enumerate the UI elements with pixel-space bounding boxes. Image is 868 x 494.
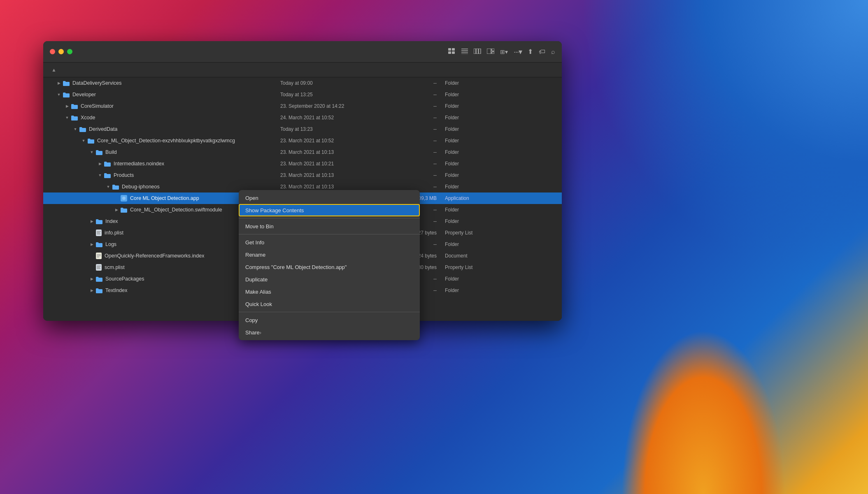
file-row[interactable]: ▶ CoreSimulator23. September 2020 at 14:…	[43, 100, 562, 112]
svg-rect-0	[448, 48, 451, 51]
svg-rect-18	[97, 232, 100, 233]
svg-rect-17	[97, 231, 101, 232]
view-gallery-icon[interactable]	[487, 48, 494, 56]
context-menu-item[interactable]: Make Alias	[239, 285, 420, 298]
file-size: --	[396, 92, 445, 97]
file-kind: Application	[445, 195, 555, 201]
titlebar: ⊞▾ ···▾ ⬆ 🏷 ⌕	[43, 41, 562, 63]
file-date: 23. September 2020 at 14:22	[280, 103, 396, 109]
context-menu-item[interactable]: Quick Look	[239, 298, 420, 310]
view-columns-icon[interactable]	[474, 48, 481, 56]
svg-rect-23	[97, 257, 99, 257]
svg-rect-19	[97, 234, 100, 234]
file-date: Today at 09:00	[280, 80, 396, 86]
file-kind: Folder	[445, 103, 555, 109]
file-kind: Document	[445, 253, 555, 259]
file-date: 24. March 2021 at 10:52	[280, 115, 396, 121]
file-kind: Folder	[445, 80, 555, 86]
col-header-name[interactable]: ▲	[50, 67, 280, 73]
context-menu: OpenShow Package ContentsMove to BinGet …	[239, 190, 420, 340]
file-kind: Property List	[445, 230, 555, 236]
context-menu-item[interactable]: Show Package Contents	[239, 204, 420, 216]
file-date: Today at 13:23	[280, 126, 396, 132]
context-menu-item[interactable]: Compress "Core ML Object Detection.app"	[239, 261, 420, 273]
file-kind: Folder	[445, 184, 555, 190]
file-name: ▼ DerivedData	[50, 126, 280, 132]
search-icon[interactable]: ⌕	[551, 48, 555, 56]
file-row[interactable]: ▶ Intermediates.noindex23. March 2021 at…	[43, 158, 562, 169]
svg-rect-1	[452, 48, 455, 51]
svg-rect-12	[492, 49, 494, 51]
action-icon[interactable]: ···▾	[514, 47, 522, 56]
file-name: ▼ Core_ML_Object_Detection-exzvhhblxukpk…	[50, 138, 280, 144]
file-row[interactable]: ▼ Products23. March 2021 at 10:13--Folde…	[43, 169, 562, 181]
context-menu-item[interactable]: Move to Bin	[239, 220, 420, 232]
svg-rect-8	[474, 49, 476, 54]
svg-rect-25	[97, 266, 101, 267]
file-name: ▼ Xcode	[50, 115, 280, 121]
context-menu-item[interactable]: Get Info	[239, 236, 420, 248]
group-by-icon[interactable]: ⊞▾	[500, 49, 508, 55]
maximize-button[interactable]	[67, 49, 72, 54]
file-row[interactable]: ▼ Core_ML_Object_Detection-exzvhhblxukpk…	[43, 135, 562, 146]
context-menu-item[interactable]: Share›	[239, 326, 420, 339]
file-kind: Folder	[445, 115, 555, 121]
file-row[interactable]: ▼ DerivedDataToday at 13:23--Folder	[43, 123, 562, 135]
svg-rect-2	[448, 51, 451, 54]
share-icon[interactable]: ⬆	[528, 48, 533, 56]
file-name: ▶ DataDeliveryServices	[50, 80, 280, 86]
traffic-lights	[50, 49, 72, 54]
file-date: 23. March 2021 at 10:21	[280, 161, 396, 167]
file-kind: Folder	[445, 288, 555, 293]
menu-separator	[239, 234, 420, 234]
file-name: ▼ Build	[50, 149, 280, 155]
file-kind: Folder	[445, 149, 555, 155]
file-name: ▶ CoreSimulator	[50, 103, 280, 109]
svg-rect-9	[476, 49, 478, 54]
context-menu-item[interactable]: Duplicate	[239, 273, 420, 285]
file-name: ▼ Debug-iphoneos	[50, 184, 280, 190]
file-row[interactable]: ▼ DeveloperToday at 13:25--Folder	[43, 89, 562, 100]
file-size: --	[396, 138, 445, 144]
view-list-icon[interactable]	[461, 48, 468, 56]
menu-separator	[239, 312, 420, 312]
file-kind: Folder	[445, 126, 555, 132]
minimize-button[interactable]	[58, 49, 64, 54]
tag-icon[interactable]: 🏷	[539, 48, 545, 56]
file-size: --	[396, 172, 445, 178]
file-kind: Folder	[445, 92, 555, 97]
file-name: ▼ Developer	[50, 92, 280, 97]
bg-blue-accent	[580, 0, 868, 288]
context-menu-item[interactable]: Open	[239, 192, 420, 204]
file-size: --	[396, 161, 445, 167]
svg-rect-3	[452, 51, 455, 54]
svg-rect-26	[97, 267, 100, 268]
svg-point-15	[122, 197, 126, 200]
column-headers: ▲	[43, 63, 562, 77]
context-menu-item[interactable]: Rename	[239, 248, 420, 261]
context-menu-item[interactable]: Copy	[239, 314, 420, 326]
svg-rect-21	[97, 254, 101, 255]
file-date: 23. March 2021 at 10:13	[280, 172, 396, 178]
file-size: --	[396, 149, 445, 155]
close-button[interactable]	[50, 49, 55, 54]
file-row[interactable]: ▶ DataDeliveryServicesToday at 09:00--Fo…	[43, 77, 562, 89]
view-grid-icon[interactable]	[448, 48, 456, 56]
file-kind: Folder	[445, 241, 555, 247]
file-row[interactable]: ▼ Xcode24. March 2021 at 10:52--Folder	[43, 112, 562, 123]
file-date: 23. March 2021 at 10:52	[280, 138, 396, 144]
file-size: --	[396, 184, 445, 190]
file-date: 23. March 2021 at 10:13	[280, 184, 396, 190]
svg-rect-10	[479, 49, 481, 54]
svg-rect-22	[97, 255, 101, 256]
toolbar-icons: ⊞▾ ···▾ ⬆ 🏷 ⌕	[448, 47, 555, 56]
file-name: ▼ Products	[50, 172, 280, 178]
file-kind: Folder	[445, 138, 555, 144]
file-kind: Folder	[445, 276, 555, 282]
menu-separator	[239, 218, 420, 218]
file-name: ▶ Intermediates.noindex	[50, 161, 280, 167]
file-size: --	[396, 103, 445, 109]
file-row[interactable]: ▼ Build23. March 2021 at 10:13--Folder	[43, 146, 562, 158]
file-date: 23. March 2021 at 10:13	[280, 149, 396, 155]
file-date: Today at 13:25	[280, 92, 396, 97]
